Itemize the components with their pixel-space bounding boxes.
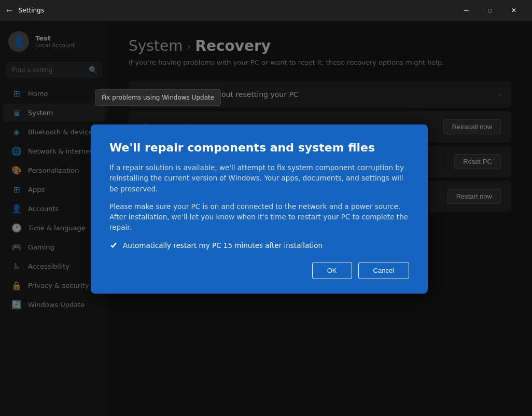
titlebar-title: Settings — [19, 7, 44, 14]
back-icon[interactable]: ← — [6, 6, 12, 15]
dialog-inner: We'll repair components and system files… — [91, 124, 428, 294]
auto-restart-checkbox[interactable] — [109, 241, 118, 249]
close-button[interactable]: ✕ — [502, 2, 526, 19]
dialog-ok-button[interactable]: OK — [312, 262, 352, 279]
titlebar-left: ← Settings — [6, 6, 44, 15]
repair-dialog: We'll repair components and system files… — [91, 124, 428, 294]
dialog-body-paragraph-2: Please make sure your PC is on and conne… — [109, 201, 409, 233]
dialog-body-paragraph-1: If a repair solution is available, we'll… — [109, 162, 409, 194]
tooltip-text: Fix problems using Windows Update — [102, 94, 214, 101]
dialog-buttons: OK Cancel — [109, 262, 409, 279]
tooltip-popup: Fix problems using Windows Update — [95, 89, 221, 106]
auto-restart-label: Automatically restart my PC 15 minutes a… — [123, 241, 323, 249]
dialog-body: If a repair solution is available, we'll… — [109, 162, 409, 233]
modal-overlay: We'll repair components and system files… — [0, 21, 532, 416]
dialog-cancel-button[interactable]: Cancel — [358, 262, 409, 279]
titlebar-controls: ─ □ ✕ — [454, 2, 526, 19]
titlebar: ← Settings ─ □ ✕ — [0, 0, 532, 21]
dialog-checkbox-row: Automatically restart my PC 15 minutes a… — [109, 241, 409, 249]
maximize-button[interactable]: □ — [478, 2, 502, 19]
dialog-title: We'll repair components and system files — [109, 141, 409, 154]
minimize-button[interactable]: ─ — [454, 2, 478, 19]
